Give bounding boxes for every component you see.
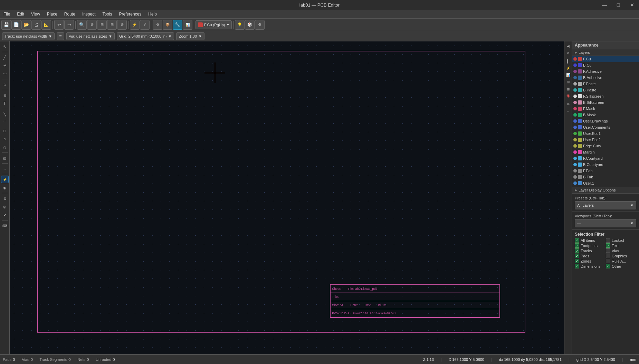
filter-checkbox[interactable] [606, 259, 610, 263]
layer-item[interactable]: B.Cu [572, 62, 639, 68]
scripting-button[interactable]: ⚙ [255, 20, 265, 30]
layer-item[interactable]: B.Mask [572, 112, 639, 118]
draw-line-button[interactable]: ╲ [1, 110, 9, 118]
filter-checkbox[interactable]: ✓ [575, 264, 579, 268]
pcb-canvas[interactable]: Sheet: File: lab01.kicad_pcb Title: Size… [10, 41, 564, 354]
interactive-router-button[interactable]: ⚡ [1, 176, 9, 183]
layer-visibility-dot[interactable] [573, 113, 577, 117]
zoom-in-button[interactable]: 🔍 [77, 20, 87, 30]
filter-checkbox[interactable]: ✓ [575, 238, 579, 243]
menu-item-help[interactable]: Help [145, 10, 160, 18]
layer-visibility-dot[interactable] [573, 144, 577, 148]
draw-circle-button[interactable]: ○ [1, 135, 9, 143]
close-button[interactable]: ✕ [625, 0, 639, 10]
menu-item-preferences[interactable]: Preferences [116, 10, 145, 18]
layer-visibility-dot[interactable] [573, 88, 577, 92]
filter-checkbox[interactable]: ✓ [575, 248, 579, 253]
layer-visibility-dot[interactable] [573, 126, 577, 129]
layer-item[interactable]: F.Silkscreen [572, 93, 639, 99]
layer-item[interactable]: User.Eco2 [572, 137, 639, 143]
pad-props-button[interactable]: ⊠ [1, 195, 9, 202]
new-button[interactable]: 📄 [11, 20, 21, 30]
3d-viewer-button[interactable]: 🎲 [245, 20, 255, 30]
layer-visibility-dot[interactable] [573, 132, 577, 135]
layer-visibility-dot[interactable] [573, 150, 577, 154]
route-track-button[interactable]: ╱ [1, 53, 9, 61]
layer-item[interactable]: B.Fab [572, 174, 639, 180]
layer-visibility-dot[interactable] [573, 119, 577, 123]
select-tool-button[interactable]: ↖ [1, 43, 9, 50]
layer-visibility-dot[interactable] [573, 107, 577, 110]
add-footprint-button[interactable]: ⊞ [1, 91, 9, 99]
track-width-dropdown[interactable]: Track: use netclass width ▼ [2, 32, 55, 40]
layer-visibility-dot[interactable] [573, 169, 577, 173]
appearance-button[interactable]: ◉ [565, 92, 571, 99]
layer-visibility-dot[interactable] [573, 175, 577, 179]
save-button[interactable]: 💾 [1, 20, 11, 30]
layer-item[interactable]: User.Comments [572, 124, 639, 130]
layer-visibility-dot[interactable] [573, 181, 577, 185]
layer-colors-button[interactable]: ▌ [565, 58, 571, 64]
collapse-panel-button[interactable]: ◀ [565, 43, 571, 49]
teardrops-button[interactable]: ◎ [1, 203, 9, 210]
layer-visibility-dot[interactable] [573, 63, 577, 67]
undo-button[interactable]: ↩ [54, 20, 64, 30]
menu-item-edit[interactable]: Edit [13, 10, 28, 18]
filter-checkbox[interactable]: ✓ [575, 243, 579, 248]
filter-checkbox[interactable]: ✓ [575, 259, 579, 263]
minimize-button[interactable]: — [598, 0, 611, 10]
menu-item-inspect[interactable]: Inspect [79, 10, 99, 18]
layer-item[interactable]: F.Cu [572, 56, 639, 62]
plot-button[interactable]: 📐 [41, 20, 51, 30]
open-button[interactable]: 📂 [21, 20, 31, 30]
zoom-out-button[interactable]: ⊖ [87, 20, 97, 30]
close-panel-button[interactable]: ✕ [565, 50, 571, 56]
net-inspector-button[interactable]: ⚡ [565, 65, 571, 71]
layer-visibility-dot[interactable] [573, 138, 577, 141]
design-block-button[interactable]: ▦ [565, 86, 571, 92]
diff-button[interactable]: ⊞ [565, 79, 571, 85]
scripting-lt-button[interactable]: ⌨ [1, 222, 9, 229]
footprint-editor-button[interactable]: 📦 [163, 20, 172, 30]
layer-item[interactable]: B.Adhesive [572, 75, 639, 81]
active-layer-dropdown[interactable]: F.Cu (PgUp) ▼ [195, 20, 232, 29]
filter-checkbox[interactable] [606, 248, 610, 253]
menu-item-tools[interactable]: Tools [99, 10, 116, 18]
via-size-dropdown[interactable]: Via: use netclass sizes ▼ [66, 32, 115, 40]
canvas-area[interactable]: Sheet: File: lab01.kicad_pcb Title: Size… [10, 41, 564, 354]
layer-visibility-dot[interactable] [573, 163, 577, 166]
layer-item[interactable]: User.1 [572, 180, 639, 186]
highlight-net-lt-button[interactable]: ◉ [1, 184, 9, 191]
add-text-button[interactable]: T [1, 100, 9, 107]
measure-button[interactable]: ↔ [1, 165, 9, 173]
layer-item[interactable]: B.Paste [572, 87, 639, 93]
zoom-area-button[interactable]: ⊞ [107, 20, 117, 30]
layer-visibility-dot[interactable] [573, 57, 577, 61]
filter-checkbox[interactable] [606, 254, 610, 258]
layer-visibility-dot[interactable] [573, 101, 577, 104]
layer-visibility-dot[interactable] [573, 95, 577, 98]
calculator-button[interactable]: 📊 [183, 20, 192, 30]
layer-visibility-dot[interactable] [573, 76, 577, 79]
viewports-dropdown[interactable]: — ▼ [575, 219, 636, 227]
layer-display-options-header[interactable]: ▶ Layer Display Options [572, 187, 639, 194]
menu-item-route[interactable]: Route [61, 10, 79, 18]
draw-arc-button[interactable]: ⌒ [1, 119, 9, 126]
measure-re-button[interactable]: ↔ [565, 108, 571, 114]
tune-length-button[interactable]: 〰 [1, 70, 9, 78]
print-button[interactable]: 🖨 [31, 20, 41, 30]
layer-item[interactable]: F.Fab [572, 168, 639, 174]
netlist-button[interactable]: ⚡ [130, 20, 140, 30]
zoom-fit-button[interactable]: ⊟ [97, 20, 107, 30]
layer-visibility-dot[interactable] [573, 157, 577, 160]
layer-item[interactable]: Edge.Cuts [572, 143, 639, 149]
filter-checkbox[interactable] [606, 238, 610, 243]
grid-dropdown[interactable]: Grid: 2,5400 mm (0,1000 in) ▼ [117, 32, 174, 40]
layer-item[interactable]: B.Courtyard [572, 161, 639, 168]
layer-item[interactable]: Margin [572, 149, 639, 155]
router-settings-button[interactable]: 🔧 [173, 20, 182, 30]
layer-visibility-dot[interactable] [573, 82, 577, 86]
layer-item[interactable]: F.Mask [572, 106, 639, 112]
presets-dropdown[interactable]: All Layers ▼ [575, 201, 636, 209]
filter-checkbox[interactable]: ✓ [575, 254, 579, 258]
